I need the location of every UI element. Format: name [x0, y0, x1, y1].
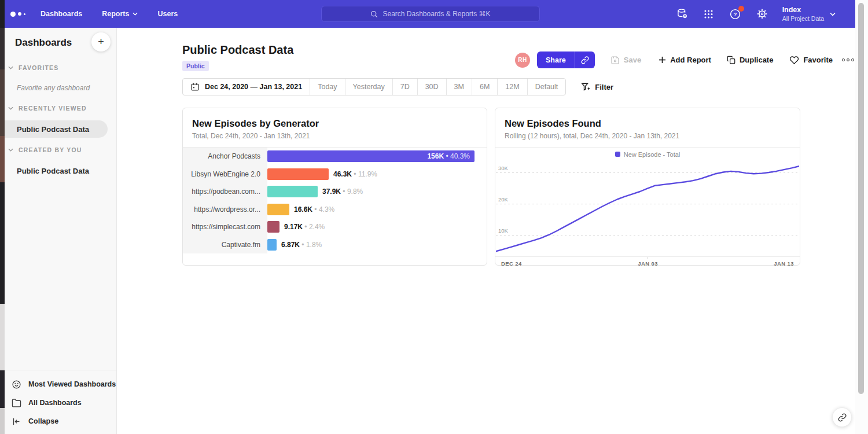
preset-3m[interactable]: 3M	[446, 79, 472, 95]
add-dashboard-button[interactable]: +	[91, 32, 111, 52]
date-range-button[interactable]: Dec 24, 2020 — Jan 13, 2021	[183, 79, 310, 95]
bar-chart-subtitle: Total, Dec 24th, 2020 - Jan 13th, 2021	[192, 132, 477, 140]
most-viewed-dashboards-button[interactable]: Most Viewed Dashboards	[12, 375, 116, 393]
avatar[interactable]: RH	[515, 53, 530, 68]
collapse-sidebar-button[interactable]: Collapse	[12, 412, 116, 431]
project-name: Index	[782, 6, 824, 14]
nav-reports-label: Reports	[102, 10, 129, 18]
favorites-empty-state: Favorite any dashboard	[17, 84, 90, 92]
nav-users[interactable]: Users	[157, 10, 178, 18]
bar[interactable]	[267, 221, 279, 233]
top-navbar: Dashboards Reports Users Search Dashboar…	[5, 0, 855, 28]
navbar-right-group: ? Index All Project Data	[676, 0, 836, 28]
copy-icon	[727, 56, 735, 64]
bar-row: Libsyn WebEngine 2.046.3K • 11.9%	[183, 165, 487, 183]
preset-yesterday[interactable]: Yesterday	[345, 79, 392, 95]
link-icon	[838, 413, 847, 422]
project-scope: All Project Data	[782, 15, 824, 22]
all-dashboards-button[interactable]: All Dashboards	[12, 393, 116, 412]
filter-button[interactable]: Filter	[581, 82, 613, 91]
apps-grid-icon[interactable]	[703, 8, 715, 20]
save-button[interactable]: Save	[610, 56, 641, 65]
legend-label: New Episode - Total	[624, 151, 681, 158]
bar-category-label: Libsyn WebEngine 2.0	[183, 165, 267, 183]
preset-12m[interactable]: 12M	[497, 79, 527, 95]
actions-row: RH Share Save Add Report Duplicate Favor…	[515, 52, 854, 68]
filter-label: Filter	[595, 83, 613, 91]
footer-item-label: Collapse	[28, 417, 58, 425]
bar-category-label: Anchor Podcasts	[183, 148, 267, 165]
bar-value-label: 37.9K • 9.8%	[322, 187, 363, 196]
bar[interactable]	[267, 186, 318, 197]
chevron-down-icon	[830, 12, 836, 16]
sidebar-title: Dashboards	[15, 37, 72, 49]
nav-reports[interactable]: Reports	[102, 10, 138, 18]
sidebar-section-favorites[interactable]: FAVORITES	[8, 64, 59, 71]
sidebar: Dashboards + FAVORITES Favorite any dash…	[5, 28, 117, 434]
calendar-icon	[190, 82, 200, 91]
folder-icon	[12, 398, 21, 408]
settings-gear-icon[interactable]	[756, 8, 768, 20]
preset-6m[interactable]: 6M	[472, 79, 497, 95]
add-report-label: Add Report	[670, 56, 711, 64]
bar-category-label: Captivate.fm	[183, 236, 267, 254]
axis-tick	[648, 257, 648, 259]
more-options-button[interactable]	[842, 58, 854, 61]
share-link-button[interactable]	[575, 52, 595, 68]
project-selector[interactable]: Index All Project Data	[782, 6, 836, 22]
share-button[interactable]: Share	[537, 52, 595, 68]
footer-item-label: All Dashboards	[28, 399, 82, 407]
bar-value-label: 156K • 40.3%	[427, 152, 470, 160]
line-chart-title: New Episodes Found	[505, 118, 790, 129]
bar[interactable]	[267, 168, 329, 180]
section-label: FAVORITES	[19, 64, 59, 71]
x-tick-mid: JAN 03	[638, 260, 658, 267]
preset-7d[interactable]: 7D	[392, 79, 417, 95]
bar[interactable]	[267, 239, 277, 251]
nav-dashboards[interactable]: Dashboards	[41, 10, 82, 18]
search-icon	[370, 10, 378, 18]
bar-category-label: https://simplecast.com	[183, 218, 267, 236]
bar[interactable]	[267, 204, 289, 215]
sidebar-section-recently-viewed[interactable]: RECENTLY VIEWED	[8, 105, 87, 112]
chevron-down-icon	[133, 12, 138, 16]
x-axis: DEC 24 JAN 03 JAN 13	[495, 256, 800, 267]
link-icon	[581, 56, 589, 64]
preset-today[interactable]: Today	[310, 79, 344, 95]
share-label[interactable]: Share	[537, 52, 575, 68]
sidebar-item-public-podcast-data-2[interactable]: Public Podcast Data	[5, 162, 89, 179]
heart-icon	[789, 56, 799, 65]
bar-value-label: 6.87K • 1.8%	[281, 241, 322, 249]
bar-value-label: 16.6K • 4.3%	[294, 205, 334, 214]
add-report-button[interactable]: Add Report	[659, 56, 711, 64]
date-toolbar: Dec 24, 2020 — Jan 13, 2021 Today Yester…	[182, 78, 613, 95]
svg-text:30K: 30K	[498, 165, 509, 171]
scrollbar-thumb[interactable]	[858, 3, 864, 394]
preset-30d[interactable]: 30D	[417, 79, 446, 95]
sidebar-item-label: Public Podcast Data	[17, 125, 89, 134]
svg-text:10K: 10K	[498, 227, 509, 234]
copy-link-floating-button[interactable]	[832, 407, 852, 427]
data-sources-icon[interactable]	[676, 8, 689, 20]
search-placeholder: Search Dashboards & Reports ⌘K	[382, 10, 490, 18]
search-input[interactable]: Search Dashboards & Reports ⌘K	[321, 6, 540, 22]
save-label: Save	[624, 56, 641, 64]
app-logo-icon[interactable]	[10, 12, 25, 17]
line-chart-plot: 10K20K30K	[496, 161, 799, 256]
sidebar-item-public-podcast-data[interactable]: Public Podcast Data	[5, 120, 108, 138]
preset-default[interactable]: Default	[527, 79, 566, 95]
favorite-label: Favorite	[803, 56, 833, 64]
bar-value-label: 46.3K • 11.9%	[333, 170, 377, 178]
chevron-down-icon	[8, 66, 13, 69]
section-label: CREATED BY YOU	[19, 146, 82, 153]
bar-rows: Anchor Podcasts156K • 40.3%Libsyn WebEng…	[183, 148, 487, 253]
favorite-button[interactable]: Favorite	[789, 56, 833, 65]
help-icon[interactable]: ?	[729, 8, 742, 20]
duplicate-button[interactable]: Duplicate	[727, 56, 774, 64]
bar[interactable]: 156K • 40.3%	[267, 150, 475, 162]
svg-text:?: ?	[734, 11, 737, 17]
sidebar-section-created-by-you[interactable]: CREATED BY YOU	[8, 146, 82, 153]
legend-swatch	[615, 152, 620, 157]
bar-category-label: https://podbean.com...	[183, 183, 267, 201]
bar-row: https://wordpress.or...16.6K • 4.3%	[183, 201, 487, 219]
